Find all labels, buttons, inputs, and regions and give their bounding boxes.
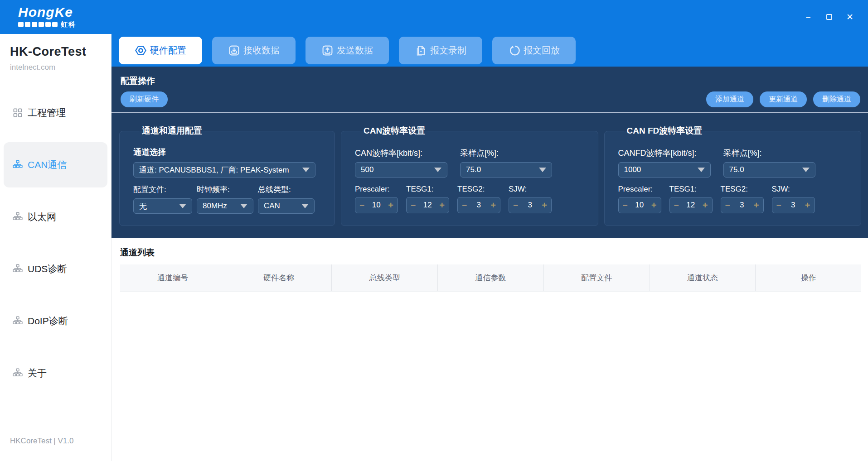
minimize-button[interactable]: – (800, 9, 816, 25)
minus-button[interactable]: − (776, 201, 781, 210)
canfd-sjw-stepper: − 3 + (772, 197, 815, 213)
plus-button[interactable]: + (703, 201, 708, 210)
minus-button[interactable]: − (623, 201, 628, 210)
minus-button[interactable]: − (359, 201, 364, 210)
can-sample-value: 75.0 (466, 165, 481, 174)
sidebar-item-label: 关于 (28, 367, 47, 379)
page-title: HK-CoreTest (10, 45, 111, 59)
channel-ops-buttons: 添加通道 更新通道 删除通道 (706, 91, 860, 107)
canfd-timing-steppers: − 10 + − 12 + − 3 + − (618, 197, 853, 213)
clock-freq-label: 时钟频率: (197, 184, 253, 195)
channel-select-label: 通道选择 (133, 147, 326, 158)
column-header-actions: 操作 (755, 264, 861, 291)
sidebar-item-can[interactable]: CAN通信 (4, 142, 107, 187)
tab-hardware-config[interactable]: 硬件配置 (119, 37, 202, 64)
tab-receive-data[interactable]: 接收数据 (212, 37, 296, 64)
window-controls: – ✕ (800, 9, 858, 25)
channel-select[interactable]: 通道: PCANUSBBUS1, 厂商: PEAK-System (133, 162, 315, 178)
tab-bar: 硬件配置 接收数据 (112, 34, 868, 67)
plus-button[interactable]: + (542, 201, 547, 210)
canfd-baudrate-panel: CAN FD波特率设置 CANFD波特率[kbit/s]: 采样点[%]: 10… (604, 125, 862, 226)
minus-button[interactable]: − (411, 201, 416, 210)
sidebar-item-ethernet[interactable]: 以太网 (4, 194, 107, 240)
canfd-sample-label: 采样点[%]: (723, 148, 815, 158)
stepper-value: 10 (635, 201, 644, 210)
version-text: HKCoreTest | V1.0 (10, 437, 73, 446)
sidebar-item-doip[interactable]: DoIP诊断 (4, 298, 107, 344)
replay-icon (508, 44, 520, 57)
hexnut-icon (135, 44, 147, 57)
section-title: 配置操作 (121, 75, 860, 87)
logo-cn-text: 虹科 (61, 20, 76, 29)
chevron-down-icon (301, 204, 309, 208)
plus-button[interactable]: + (490, 201, 496, 210)
can-baud-select[interactable]: 500 (355, 162, 447, 178)
can-tesg1-label: TESG1: (406, 185, 449, 194)
channel-list-title: 通道列表 (120, 247, 861, 259)
tab-message-record[interactable]: 报文录制 (399, 37, 482, 64)
can-labels-row: CAN波特率[kbit/s]: 采样点[%]: (355, 148, 590, 158)
canfd-baud-value: 1000 (624, 165, 641, 174)
can-selects-row: 500 75.0 (355, 162, 590, 178)
can-baudrate-panel: CAN波特率设置 CAN波特率[kbit/s]: 采样点[%]: 500 75.… (341, 125, 598, 226)
close-icon: ✕ (846, 12, 853, 22)
canfd-sjw-label: SJW: (772, 185, 815, 194)
tab-label: 报文回放 (524, 44, 560, 57)
minimize-icon: – (806, 12, 811, 22)
clock-freq-select[interactable]: 80MHz (197, 198, 253, 214)
config-file-value: 无 (139, 201, 147, 211)
tab-label: 接收数据 (243, 44, 280, 57)
minus-button[interactable]: − (725, 201, 730, 210)
chevron-down-icon (240, 204, 247, 208)
stepper-value: 3 (791, 201, 795, 210)
bus-type-label: 总线类型: (258, 184, 315, 195)
canfd-sample-select[interactable]: 75.0 (723, 162, 815, 178)
plus-button[interactable]: + (388, 201, 393, 210)
chevron-down-icon (434, 168, 441, 172)
logo-squares (18, 22, 58, 27)
can-sample-select[interactable]: 75.0 (460, 162, 552, 178)
sidebar-item-label: 工程管理 (28, 106, 66, 119)
add-channel-button[interactable]: 添加通道 (706, 91, 753, 107)
canfd-baud-select[interactable]: 1000 (618, 162, 711, 178)
refresh-hardware-button[interactable]: 刷新硬件 (121, 91, 168, 107)
maximize-button[interactable] (821, 9, 837, 25)
minus-button[interactable]: − (513, 201, 518, 210)
chevron-down-icon (539, 168, 546, 172)
canfd-sample-value: 75.0 (729, 165, 744, 174)
canfd-baud-label: CANFD波特率[kbit/s]: (618, 148, 711, 158)
sidebar-item-about[interactable]: 关于 (4, 351, 107, 396)
bus-type-select[interactable]: CAN (258, 198, 315, 214)
receive-icon (228, 44, 240, 57)
canfd-selects-row: 1000 75.0 (618, 162, 853, 178)
column-header-channel-status: 通道状态 (650, 264, 756, 291)
delete-channel-button[interactable]: 删除通道 (813, 91, 860, 107)
stepper-value: 10 (372, 201, 381, 210)
sidebar-item-project[interactable]: 工程管理 (4, 90, 107, 135)
tab-send-data[interactable]: 发送数据 (305, 37, 389, 64)
maximize-icon (826, 14, 832, 20)
sidebar: HK-CoreTest intelnect.com 工程管理 (0, 34, 112, 461)
panel-title: CAN FD波特率设置 (624, 125, 706, 137)
canfd-prescaler-label: Prescaler: (618, 185, 661, 194)
canfd-labels-row: CANFD波特率[kbit/s]: 采样点[%]: (618, 148, 853, 158)
plus-button[interactable]: + (805, 201, 810, 210)
plus-button[interactable]: + (651, 201, 657, 210)
chevron-down-icon (698, 168, 705, 172)
chevron-down-icon (302, 168, 310, 172)
can-prescaler-stepper: − 10 + (355, 197, 398, 213)
tab-message-replay[interactable]: 报文回放 (492, 37, 576, 64)
config-operations-section: 配置操作 刷新硬件 添加通道 更新通道 删除通道 (112, 67, 868, 113)
minus-button[interactable]: − (462, 201, 467, 210)
config-file-select[interactable]: 无 (133, 198, 192, 214)
close-button[interactable]: ✕ (842, 9, 858, 25)
plus-button[interactable]: + (439, 201, 445, 210)
update-channel-button[interactable]: 更新通道 (760, 91, 807, 107)
chevron-down-icon (179, 204, 186, 208)
sidebar-item-uds[interactable]: UDS诊断 (4, 246, 107, 292)
hongke-logo: HongKe 虹科 (18, 5, 76, 29)
plus-button[interactable]: + (754, 201, 759, 210)
can-timing-steppers: − 10 + − 12 + − 3 + − (355, 197, 590, 213)
stepper-value: 3 (528, 201, 532, 210)
minus-button[interactable]: − (674, 201, 679, 210)
